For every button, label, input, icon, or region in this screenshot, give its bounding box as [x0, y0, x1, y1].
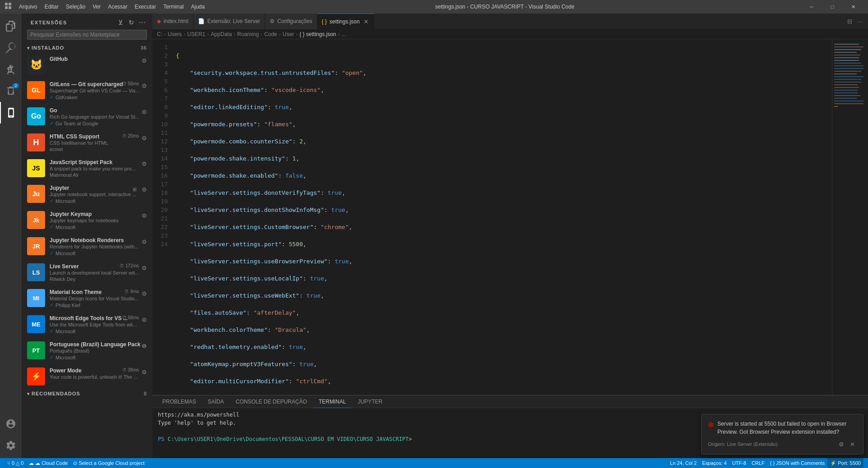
- tab-live-server[interactable]: 📄 Extensão: Live Server: [193, 14, 265, 29]
- more-extensions-icon[interactable]: ···: [138, 18, 147, 27]
- tab-console-depuracao[interactable]: CONSOLE DE DEPURAÇÃO: [230, 395, 312, 408]
- material-icon-desc: Material Design Icons for Visual Studio.…: [50, 296, 147, 301]
- breadcrumb-c[interactable]: C:: [157, 31, 162, 37]
- activity-run-debug[interactable]: 2: [0, 80, 22, 102]
- cloud-project-item[interactable]: ⊙ Select a Google Cloud project: [70, 458, 147, 468]
- line-number-2: 2: [152, 51, 168, 60]
- minimize-button[interactable]: ─: [801, 0, 822, 14]
- extension-item-gitlens[interactable]: GL GitLens — Git supercharged Supercharg…: [22, 78, 152, 104]
- menu-ajuda[interactable]: Ajuda: [188, 0, 209, 14]
- activity-search[interactable]: [0, 37, 22, 59]
- breadcrumb-users[interactable]: Users: [168, 31, 182, 37]
- jupyter-renderers-gear-icon[interactable]: ⚙: [140, 237, 149, 246]
- menu-editar[interactable]: Editar: [41, 0, 62, 14]
- js-snippet-gear-icon[interactable]: ⚙: [140, 159, 149, 168]
- tab-saida[interactable]: SAÍDA: [202, 395, 230, 408]
- breadcrumb-appdata[interactable]: AppData: [211, 31, 232, 37]
- search-extensions-input[interactable]: [30, 32, 144, 38]
- live-server-gear-icon[interactable]: ⚙: [140, 263, 149, 272]
- tab-problemas[interactable]: PROBLEMAS: [157, 395, 202, 408]
- git-status-item[interactable]: ⑂ 0 △ 0: [5, 458, 26, 468]
- tab-settings-json[interactable]: { } settings.json ✕: [317, 14, 375, 29]
- filter-extensions-icon[interactable]: ⊻: [116, 18, 125, 27]
- activity-accounts[interactable]: [0, 413, 22, 435]
- extension-item-pt-br[interactable]: PT Portuguese (Brazil) Language Pack ...…: [22, 338, 152, 364]
- notification-settings-icon[interactable]: ⚙: [837, 440, 846, 449]
- menu-ver[interactable]: Ver: [89, 0, 104, 14]
- cloud-code-item[interactable]: ☁ ☁ Cloud Code: [26, 458, 70, 468]
- breadcrumb-settings-json[interactable]: { } settings.json: [299, 31, 336, 37]
- breadcrumb-more[interactable]: ...: [342, 31, 346, 37]
- recommended-section-header[interactable]: ▾ RECOMENDADOS 0: [22, 389, 152, 398]
- search-extensions-box[interactable]: [27, 30, 147, 40]
- extension-item-jupyter-renderers[interactable]: JR Jupyter Notebook Renderers Renderers …: [22, 234, 152, 260]
- activity-settings[interactable]: [0, 435, 22, 456]
- extension-item-js-snippet[interactable]: JS JavaScript Snippet Pack A snippet pac…: [22, 156, 152, 181]
- jupyter-keymap-gear-icon[interactable]: ⚙: [140, 211, 149, 220]
- power-mode-gear-icon[interactable]: ⚙: [140, 367, 149, 376]
- extension-item-go[interactable]: Go Go Rich Go language support for Visua…: [22, 104, 152, 130]
- installed-section-header[interactable]: ▾ INSTALADO 36: [22, 43, 152, 52]
- more-tabs-icon[interactable]: ···: [856, 16, 864, 27]
- encoding-label: UTF-8: [732, 460, 746, 466]
- extension-item-power-mode[interactable]: ⚡ Power Mode Your code is powerful, unle…: [22, 364, 152, 389]
- svg-rect-17: [834, 76, 863, 77]
- svg-rect-10: [834, 57, 859, 58]
- activity-extensions[interactable]: [0, 102, 22, 124]
- menu-terminal[interactable]: Terminal: [160, 0, 187, 14]
- menu-executar[interactable]: Executar: [131, 0, 160, 14]
- tab-settings-json-close-icon[interactable]: ✕: [363, 18, 370, 25]
- git-branch-icon: ⑂: [7, 460, 10, 466]
- menu-arquivo[interactable]: Arquivo: [15, 0, 41, 14]
- jupyter-gear-icon[interactable]: ⚙: [140, 185, 149, 194]
- extension-item-live-server[interactable]: LS Live Server Launch a development loca…: [22, 260, 152, 285]
- jupyter-extra-icon[interactable]: ⊞: [130, 185, 139, 194]
- line-ending-label: CRLF: [752, 460, 765, 466]
- extension-item-jupyter[interactable]: Ju Jupyter Jupyter notebook support, int…: [22, 181, 152, 207]
- encoding-item[interactable]: UTF-8: [730, 458, 749, 468]
- extension-item-edge-tools[interactable]: ME Microsoft Edge Tools for VS ... Use t…: [22, 312, 152, 338]
- code-editor[interactable]: 123456789101112131415161718192021222324 …: [152, 39, 868, 395]
- language-mode-item[interactable]: { } JSON with Comments: [767, 458, 828, 468]
- extension-item-github[interactable]: 🐱 GitHub ⚙: [22, 52, 152, 78]
- activity-explorer[interactable]: [0, 15, 22, 37]
- edge-tools-verified-icon: ✓: [50, 328, 54, 334]
- indentation-item[interactable]: Espaços: 4: [699, 458, 729, 468]
- pt-br-gear-icon[interactable]: ⚙: [140, 341, 149, 350]
- gitlens-gear-icon[interactable]: ⚙: [140, 81, 149, 90]
- menu-acessar[interactable]: Acessar: [104, 0, 131, 14]
- breadcrumb-user1[interactable]: USER1: [187, 31, 205, 37]
- menu-selecao[interactable]: Seleção: [62, 0, 89, 14]
- material-icon-gear-icon[interactable]: ⚙: [140, 289, 149, 298]
- notification-close-icon[interactable]: ✕: [848, 440, 857, 449]
- extension-item-html-css[interactable]: H HTML CSS Support CSS Intellisense for …: [22, 130, 152, 156]
- edge-tools-gear-icon[interactable]: ⚙: [140, 315, 149, 324]
- go-gear-icon[interactable]: ⚙: [140, 107, 149, 116]
- breadcrumb-code[interactable]: Code: [264, 31, 277, 37]
- notification-error-icon: ⊗: [708, 420, 714, 429]
- github-gear-icon[interactable]: ⚙: [140, 56, 149, 65]
- cursor-position-item[interactable]: Ln 24, Col 2: [667, 458, 699, 468]
- code-content[interactable]: { "security.workspace.trust.untrustedFil…: [171, 39, 832, 395]
- refresh-extensions-icon[interactable]: ↻: [127, 18, 136, 27]
- tab-terminal[interactable]: TERMINAL: [313, 395, 352, 408]
- html-css-gear-icon[interactable]: ⚙: [140, 133, 149, 142]
- tab-configuracoes[interactable]: ⚙ Configurações: [265, 14, 317, 29]
- extension-item-material-icon[interactable]: MI Material Icon Theme Material Design I…: [22, 285, 152, 312]
- close-button[interactable]: ✕: [843, 0, 863, 14]
- jupyter-author: Microsoft: [55, 198, 76, 204]
- jupyter-keymap-meta: ✓ Microsoft: [50, 224, 147, 230]
- split-editor-icon[interactable]: ⊟: [845, 16, 854, 27]
- activity-source-control[interactable]: [0, 59, 22, 80]
- svg-rect-25: [834, 98, 857, 99]
- live-server-port-item[interactable]: ⚡ Port: 5500: [827, 458, 863, 468]
- breadcrumb-roaming[interactable]: Roaming: [237, 31, 259, 37]
- maximize-button[interactable]: □: [822, 0, 843, 14]
- extension-item-jupyter-keymap[interactable]: Jk Jupyter Keymap Jupyter keymaps for no…: [22, 207, 152, 234]
- tab-index-html[interactable]: ◈ index.html: [152, 14, 193, 29]
- tab-jupyter-terminal[interactable]: JUPYTER: [352, 395, 388, 408]
- jupyter-keymap-author: Microsoft: [55, 225, 76, 230]
- breadcrumb-user[interactable]: User: [283, 31, 294, 37]
- jupyter-verified-icon: ✓: [50, 198, 54, 204]
- line-ending-item[interactable]: CRLF: [749, 458, 767, 468]
